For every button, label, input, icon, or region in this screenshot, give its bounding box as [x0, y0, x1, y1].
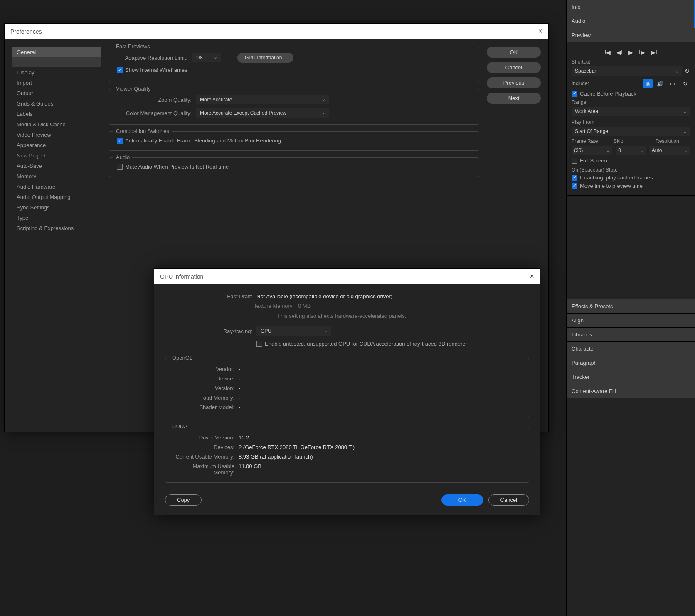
gpu-information-button[interactable]: GPU Information...	[237, 53, 293, 63]
preview-panel-header[interactable]: Preview ≡	[567, 28, 695, 42]
sidebar-item-video-preview[interactable]: Video Preview	[12, 130, 101, 140]
sidebar-item-display[interactable]: Display	[12, 67, 101, 78]
gpu-ok-button[interactable]: OK	[441, 494, 483, 506]
sidebar-item-media-disk[interactable]: Media & Disk Cache	[12, 119, 101, 130]
shortcut-label: Shortcut	[572, 59, 690, 65]
fastdraft-label: Fast Draft:	[165, 293, 256, 299]
sidebar-item-type[interactable]: Type	[12, 213, 101, 223]
auto-enable-row[interactable]: Automatically Enable Frame Blending and …	[117, 137, 471, 144]
include-overlays-icon[interactable]: ▭	[668, 79, 678, 88]
sidebar-item-scripting[interactable]: Scripting & Expressions	[12, 223, 101, 233]
play-icon[interactable]: ▶	[628, 49, 633, 56]
copy-button[interactable]: Copy	[165, 494, 202, 506]
enable-untested-checkbox[interactable]	[256, 341, 262, 347]
sidebar-item-general[interactable]: General	[12, 47, 101, 57]
comp-switches-fieldset: Composition Switches Automatically Enabl…	[109, 131, 479, 151]
movetime-checkbox[interactable]	[572, 183, 577, 189]
show-wireframes-checkbox[interactable]	[117, 67, 123, 73]
ifcaching-row[interactable]: If caching, play cached frames	[572, 174, 690, 181]
prev-frame-icon[interactable]: ◀I	[616, 49, 623, 56]
first-frame-icon[interactable]: I◀	[604, 49, 611, 56]
cache-before-row[interactable]: Cache Before Playback	[572, 91, 690, 97]
sidebar-item-sync[interactable]: Sync Settings	[12, 202, 101, 213]
align-panel[interactable]: Align	[567, 314, 695, 328]
zoom-quality-dropdown[interactable]: More Accurate	[196, 95, 329, 104]
next-button[interactable]: Next	[487, 93, 541, 104]
show-wireframes-row[interactable]: Show Internal Wireframes	[117, 67, 471, 73]
reset-icon[interactable]: ↻	[685, 67, 690, 75]
fullscreen-checkbox[interactable]	[572, 158, 577, 164]
panel-menu-icon[interactable]: ≡	[687, 32, 690, 38]
playfrom-label: Play From	[572, 119, 690, 125]
color-mgmt-dropdown[interactable]: More Accurate Except Cached Preview	[196, 108, 329, 118]
adaptive-res-dropdown[interactable]: 1/8	[192, 53, 221, 62]
libraries-panel[interactable]: Libraries	[567, 328, 695, 342]
vendor-label: Vendor:	[172, 366, 239, 372]
sidebar-item-audio-mapping[interactable]: Audio Output Mapping	[12, 192, 101, 202]
opengl-fieldset: OpenGL Vendor:- Device:- Version:- Total…	[165, 358, 529, 417]
preferences-sidebar: General Display Import Output Grids & Gu…	[12, 47, 101, 424]
skip-label: Skip	[614, 138, 648, 144]
sidebar-item-memory[interactable]: Memory	[12, 171, 101, 182]
playfrom-dropdown[interactable]: Start Of Range	[572, 127, 690, 136]
gpu-buttons-row: Copy OK Cancel	[165, 490, 529, 506]
sidebar-item-previews[interactable]	[12, 57, 101, 67]
raytracing-dropdown[interactable]: GPU	[256, 326, 331, 336]
ok-button[interactable]: OK	[487, 47, 541, 58]
shortcut-dropdown[interactable]: Spacebar	[572, 66, 682, 76]
preview-panel: Preview ≡ I◀ ◀I ▶ I▶ ▶I Shortcut Spaceba…	[567, 28, 695, 196]
include-label: Include:	[572, 81, 589, 86]
content-aware-fill-panel[interactable]: Content-Aware Fill	[567, 384, 695, 398]
last-frame-icon[interactable]: ▶I	[651, 49, 657, 56]
cache-before-label: Cache Before Playback	[580, 91, 636, 97]
playfrom-value: Start Of Range	[575, 128, 608, 134]
effects-presets-panel[interactable]: Effects & Presets	[567, 299, 695, 314]
audio-panel-header[interactable]: Audio	[567, 14, 695, 28]
totalmem-value: -	[239, 395, 240, 401]
range-dropdown[interactable]: Work Area	[572, 107, 690, 116]
resolution-dropdown[interactable]: Auto	[649, 146, 690, 155]
show-wireframes-label: Show Internal Wireframes	[125, 67, 187, 73]
mute-audio-checkbox[interactable]	[117, 164, 123, 170]
paragraph-panel[interactable]: Paragraph	[567, 356, 695, 370]
include-loop-icon[interactable]: ↻	[680, 79, 690, 88]
previous-button[interactable]: Previous	[487, 77, 541, 88]
totalmem-label: Total Memory:	[172, 395, 239, 401]
mute-audio-row[interactable]: Mute Audio When Preview Is Not Real-time	[117, 164, 471, 170]
gpu-close-icon[interactable]: ×	[530, 272, 534, 281]
fastdraft-value: Not Available (incompatible device or ol…	[256, 293, 392, 299]
sidebar-item-auto-save[interactable]: Auto-Save	[12, 161, 101, 171]
auto-enable-checkbox[interactable]	[117, 138, 123, 144]
info-panel-header[interactable]: Info	[567, 0, 695, 14]
driver-value: 10.2	[239, 434, 249, 441]
sidebar-item-output[interactable]: Output	[12, 88, 101, 98]
preview-panel-title: Preview	[572, 32, 591, 38]
fullscreen-row[interactable]: Full Screen	[572, 157, 690, 164]
gpu-cancel-button[interactable]: Cancel	[488, 494, 529, 506]
sidebar-item-import[interactable]: Import	[12, 78, 101, 88]
shader-label: Shader Model:	[172, 404, 239, 410]
ifcaching-checkbox[interactable]	[572, 175, 577, 181]
framerate-dropdown[interactable]: (30)	[572, 146, 612, 155]
sidebar-item-appearance[interactable]: Appearance	[12, 140, 101, 150]
sidebar-item-new-project[interactable]: New Project	[12, 150, 101, 161]
character-panel[interactable]: Character	[567, 342, 695, 356]
sidebar-item-labels[interactable]: Labels	[12, 109, 101, 119]
gpu-titlebar: GPU Information ×	[154, 269, 540, 284]
sidebar-item-audio-hardware[interactable]: Audio Hardware	[12, 182, 101, 192]
tracker-panel[interactable]: Tracker	[567, 370, 695, 384]
preview-panel-body: I◀ ◀I ▶ I▶ ▶I Shortcut Spacebar ↻ Includ…	[567, 42, 695, 195]
preferences-close-icon[interactable]: ×	[538, 27, 542, 36]
skip-dropdown[interactable]: 0	[616, 146, 646, 155]
cache-before-checkbox[interactable]	[572, 91, 577, 97]
include-audio-icon[interactable]: 🔊	[655, 79, 665, 88]
gpu-info-dialog: GPU Information × Fast Draft: Not Availa…	[154, 268, 540, 515]
next-frame-icon[interactable]: I▶	[639, 49, 645, 56]
cancel-button[interactable]: Cancel	[487, 62, 541, 73]
sidebar-item-grids[interactable]: Grids & Guides	[12, 98, 101, 109]
vendor-value: -	[239, 366, 240, 372]
movetime-row[interactable]: Move time to preview time	[572, 183, 690, 189]
enable-untested-row[interactable]: Enable untested, unsupported GPU for CUD…	[256, 341, 467, 347]
include-video-icon[interactable]: ◉	[643, 79, 653, 88]
gpu-title: GPU Information	[160, 273, 203, 280]
